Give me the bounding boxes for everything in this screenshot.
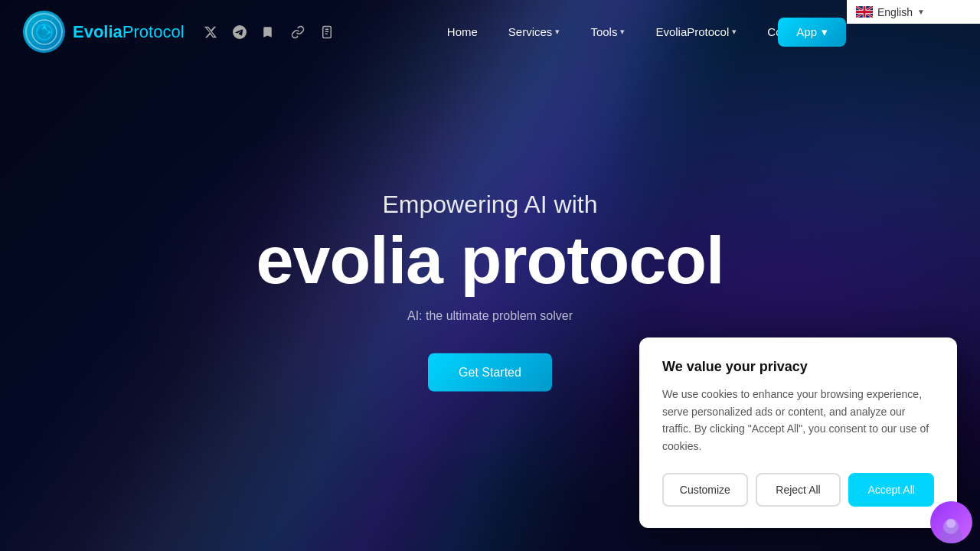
services-chevron-icon: ▾ [555, 27, 560, 37]
app-button[interactable]: App ▾ [778, 18, 846, 47]
logo-emblem [31, 18, 58, 46]
hero-tagline: AI: the ultimate problem solver [184, 309, 796, 323]
avatar-icon [934, 513, 969, 543]
logo-text: EvoliaProtocol [73, 22, 185, 42]
svg-point-1 [32, 20, 57, 44]
hero-subtitle: Empowering AI with [184, 191, 796, 219]
svg-point-2 [37, 24, 52, 40]
reject-all-button[interactable]: Reject All [756, 473, 841, 507]
tools-chevron-icon: ▾ [620, 27, 625, 37]
nav-evoliaprotocol[interactable]: EvoliaProtocol ▾ [643, 19, 749, 44]
main-navigation: EvoliaProtocol Home Services ▾ Tools [0, 0, 980, 64]
cookie-text: We use cookies to enhance your browsing … [662, 386, 934, 455]
language-selector[interactable]: English ▼ [847, 0, 980, 24]
svg-point-13 [946, 519, 956, 528]
accept-all-button[interactable]: Accept All [848, 473, 934, 507]
logo[interactable]: EvoliaProtocol [23, 11, 185, 53]
svg-marker-4 [41, 34, 47, 40]
twitter-icon[interactable] [200, 21, 221, 43]
document-icon[interactable] [316, 21, 338, 43]
telegram-icon[interactable] [229, 21, 250, 43]
logo-icon [23, 11, 65, 53]
get-started-button[interactable]: Get Started [428, 354, 552, 392]
hero-title: evolia protocol [184, 227, 796, 294]
uk-flag-icon [856, 6, 873, 18]
customize-button[interactable]: Customize [662, 473, 748, 507]
cookie-buttons: Customize Reject All Accept All [662, 473, 934, 507]
link-icon[interactable] [287, 21, 309, 43]
bookmark-icon[interactable] [258, 21, 279, 43]
svg-marker-3 [41, 24, 47, 31]
cookie-consent-modal: We value your privacy We use cookies to … [639, 337, 957, 528]
nav-tools[interactable]: Tools ▾ [578, 19, 637, 44]
app-chevron-icon: ▾ [822, 25, 828, 39]
avatar-bubble[interactable] [930, 501, 972, 543]
evoliaprotocol-chevron-icon: ▾ [732, 27, 737, 37]
cookie-title: We value your privacy [662, 359, 934, 375]
social-icons [200, 21, 338, 43]
nav-services[interactable]: Services ▾ [496, 19, 573, 44]
svg-marker-6 [46, 29, 52, 35]
svg-marker-5 [37, 29, 43, 35]
language-chevron-icon: ▼ [917, 8, 925, 16]
nav-home[interactable]: Home [435, 19, 490, 44]
nav-links: Home Services ▾ Tools ▾ EvoliaProtocol ▾… [435, 19, 819, 44]
language-label: English [877, 6, 913, 18]
